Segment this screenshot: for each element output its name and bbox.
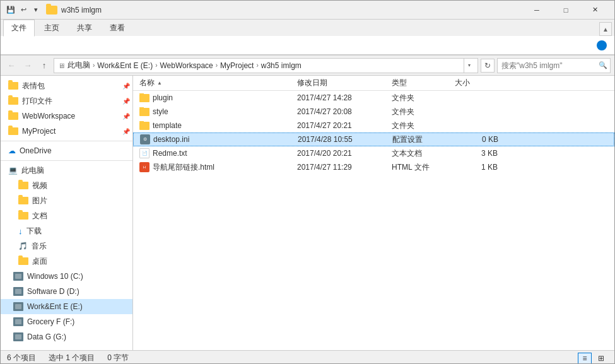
txt-icon: 📄: [139, 148, 149, 158]
html-icon: H: [139, 162, 149, 172]
sidebar-scroll: 表情包 📌 打印文件 📌 WebWorkspace 📌 MyProject 📌: [1, 78, 132, 348]
file-list-header: 名称 ▲ 修改日期 类型 大小: [133, 76, 614, 91]
sidebar-label-pictures: 图片: [32, 196, 47, 206]
tab-share[interactable]: 共享: [69, 20, 100, 36]
sidebar-item-pictures[interactable]: 图片: [1, 193, 132, 208]
file-list-body: plugin 2017/4/27 14:28 文件夹 style 2017/4/…: [133, 91, 614, 350]
music-icon: 🎵: [18, 242, 28, 250]
drive-hdd-icon: [13, 317, 23, 326]
minimize-button[interactable]: ─: [522, 1, 551, 20]
address-bar[interactable]: 🖥 此电脑 › Work&Ent E (E:) › WebWorkspace ›…: [54, 58, 478, 73]
address-part-current[interactable]: w3h5 imlgm: [261, 61, 302, 70]
pin-icon-1: 📌: [122, 98, 130, 105]
sidebar-label-drive-f: Grocery F (F:): [27, 317, 74, 326]
drive-hdd-icon: [13, 272, 23, 281]
file-row-desktop-ini[interactable]: ⚙ desktop.ini 2017/4/28 10:55 配置设置 0 KB: [133, 132, 614, 146]
sidebar-label-drive-c: Windows 10 (C:): [27, 272, 83, 281]
folder-icon: [18, 182, 28, 189]
col-header-date[interactable]: 修改日期: [293, 76, 388, 90]
refresh-button[interactable]: ↻: [481, 59, 495, 73]
pin-icon-3: 📌: [122, 128, 130, 135]
pin-icon-2: 📌: [122, 113, 130, 120]
dropdown-icon[interactable]: ▾: [31, 5, 41, 15]
sidebar-drive-c[interactable]: Windows 10 (C:): [1, 269, 132, 284]
col-header-type[interactable]: 类型: [388, 76, 451, 90]
address-part-pc[interactable]: 此电脑: [67, 60, 90, 71]
file-row-html[interactable]: H 导航尾部链接.html 2017/4/27 11:29 HTML 文件 1 …: [133, 160, 614, 174]
nav-bar: ← → ↑ 🖥 此电脑 › Work&Ent E (E:) › WebWorks…: [1, 56, 614, 76]
sidebar-drive-f[interactable]: Grocery F (F:): [1, 314, 132, 329]
address-part-drive[interactable]: Work&Ent E (E:): [97, 61, 153, 70]
forward-button[interactable]: →: [21, 59, 35, 73]
sidebar-item-thispc[interactable]: 💻 此电脑: [1, 163, 132, 178]
col-header-size[interactable]: 大小: [451, 76, 501, 90]
sidebar-item-webworkspace[interactable]: WebWorkspace 📌: [1, 109, 132, 124]
folder-icon-plugin: [139, 94, 149, 102]
sidebar-item-music[interactable]: 🎵 音乐: [1, 238, 132, 254]
tab-view[interactable]: 查看: [102, 20, 133, 36]
sidebar-drive-g[interactable]: Data G (G:): [1, 329, 132, 344]
undo-icon[interactable]: ↩: [18, 5, 28, 15]
status-bar: 6 个项目 选中 1 个项目 0 字节 ≡ ⊞: [1, 350, 614, 364]
back-button[interactable]: ←: [4, 59, 18, 73]
address-part-proj[interactable]: MyProject: [220, 61, 254, 70]
search-input[interactable]: [501, 61, 596, 70]
cloud-icon: ☁: [8, 146, 16, 155]
quick-save-icon[interactable]: 💾: [6, 5, 16, 15]
ribbon-collapse-button[interactable]: ▲: [599, 22, 612, 36]
up-button[interactable]: ↑: [37, 59, 51, 73]
divider-thispc: [1, 160, 132, 161]
file-row-style[interactable]: style 2017/4/27 20:08 文件夹: [133, 105, 614, 119]
address-part-ws[interactable]: WebWorkspace: [160, 61, 213, 70]
folder-icon: [8, 127, 18, 135]
folder-icon: [18, 257, 28, 265]
search-box[interactable]: 🔍: [497, 58, 611, 73]
view-grid-button[interactable]: ⊞: [594, 353, 608, 364]
drive-hdd-icon: [13, 332, 23, 341]
address-sep-0: ›: [93, 62, 95, 69]
main-layout: 表情包 📌 打印文件 📌 WebWorkspace 📌 MyProject 📌: [1, 76, 614, 350]
address-sep-3: ›: [256, 62, 258, 69]
tab-file[interactable]: 文件: [3, 20, 35, 37]
drive-hdd-icon: [13, 302, 23, 311]
col-header-name[interactable]: 名称 ▲: [136, 76, 293, 90]
sidebar-label-drive-d: Software D (D:): [27, 287, 79, 296]
sidebar-label-dayinwenjian: 打印文件: [22, 96, 52, 107]
sidebar-label-video: 视频: [32, 180, 47, 191]
folder-icon: [8, 97, 18, 105]
file-row-redme-txt[interactable]: 📄 Redme.txt 2017/4/20 20:21 文本文档 3 KB: [133, 146, 614, 160]
sidebar-drive-e[interactable]: Work&Ent E (E:): [1, 299, 132, 314]
sidebar-item-myproject[interactable]: MyProject 📌: [1, 124, 132, 139]
sidebar-item-desktop[interactable]: 桌面: [1, 254, 132, 269]
sidebar-label-myproject: MyProject: [22, 127, 56, 136]
drive-hdd-icon: [13, 287, 23, 296]
maximize-button[interactable]: □: [551, 1, 580, 20]
sidebar-label-webworkspace: WebWorkspace: [22, 112, 75, 120]
close-button[interactable]: ✕: [580, 1, 609, 20]
sidebar-item-biaoqing[interactable]: 表情包 📌: [1, 78, 132, 93]
sidebar-label-downloads: 下载: [26, 226, 42, 237]
ribbon-tabs: 文件 主页 共享 查看 ▲: [1, 20, 614, 36]
sidebar-item-dayinwenjian[interactable]: 打印文件 📌: [1, 93, 132, 109]
sidebar-drive-d[interactable]: Software D (D:): [1, 284, 132, 299]
file-row-template[interactable]: template 2017/4/27 20:21 文件夹: [133, 119, 614, 132]
sidebar-item-video[interactable]: 视频: [1, 178, 132, 193]
address-dropdown-button[interactable]: ▾: [464, 59, 474, 73]
sidebar-label-onedrive: OneDrive: [20, 146, 52, 155]
address-sep-1: ›: [155, 62, 157, 69]
sidebar-drive-h[interactable]: Important H (H:): [1, 344, 132, 348]
folder-icon: [18, 212, 28, 220]
file-row-plugin[interactable]: plugin 2017/4/27 14:28 文件夹: [133, 91, 614, 105]
sidebar-item-onedrive[interactable]: ☁ OneDrive: [1, 143, 132, 158]
search-icon[interactable]: 🔍: [599, 61, 607, 69]
tab-home[interactable]: 主页: [36, 20, 67, 36]
ribbon-content: [1, 36, 614, 55]
sidebar-label-drive-g: Data G (G:): [27, 332, 66, 341]
window-title: w3h5 imlgm: [61, 6, 522, 15]
sidebar-item-documents[interactable]: 文档: [1, 208, 132, 223]
sidebar-item-downloads[interactable]: ↓ 下载: [1, 223, 132, 238]
window-folder-icon: [46, 6, 57, 15]
ribbon-placeholder: [6, 42, 8, 49]
view-list-button[interactable]: ≡: [578, 353, 592, 364]
title-bar: 💾 ↩ ▾ w3h5 imlgm ─ □ ✕: [1, 1, 614, 20]
